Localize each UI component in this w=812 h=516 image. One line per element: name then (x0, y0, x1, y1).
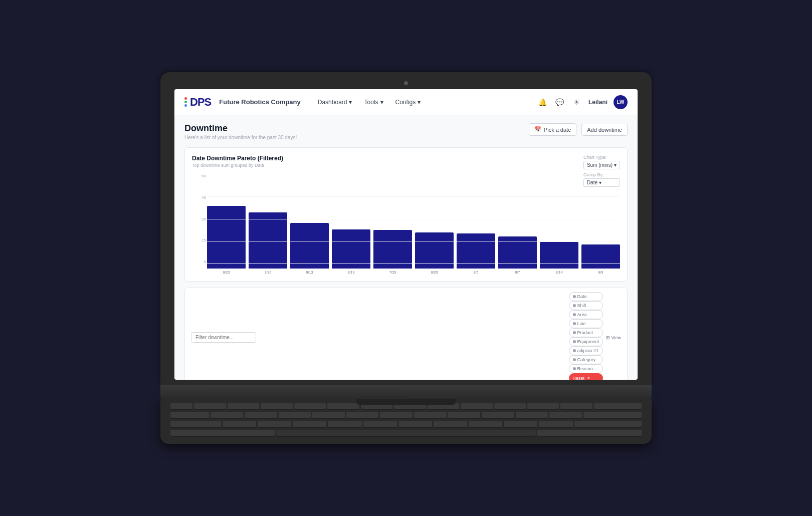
main-content: Downtime Here's a list of your downtime … (174, 115, 638, 380)
bar-group: 8/23 (207, 206, 246, 274)
bar-chart-inner: 60 45 30 15 0 (192, 174, 620, 274)
chart-subtitle: Top downtime sum grouped by Date (192, 163, 620, 168)
bar[interactable] (373, 230, 412, 269)
filter-chip-dot (573, 349, 576, 352)
filter-chip-adipisci-#1[interactable]: adipisci #1 (569, 346, 603, 355)
y-label: 30 (201, 217, 206, 221)
filter-chip-dot (573, 295, 576, 298)
add-downtime-button[interactable]: Add downtime (581, 124, 628, 136)
bar-group: 8/13 (290, 223, 329, 274)
view-button[interactable]: ⊞ View (606, 335, 621, 340)
chart-title: Date Downtime Pareto (Filtered) (192, 155, 620, 162)
laptop-base (160, 385, 652, 399)
bar-label: 7/29 (389, 271, 396, 274)
nav-menu: Dashboard ▾ Tools ▾ Configs ▾ (313, 96, 426, 109)
filter-chip-dot (573, 322, 576, 325)
bar-group: 8/20 (415, 232, 454, 274)
nav-dashboard[interactable]: Dashboard ▾ (313, 96, 357, 109)
bar-group: 8/5 (457, 233, 495, 274)
logo-dot-red (184, 97, 187, 100)
chart-type-selector[interactable]: Sum (mins) ▾ (583, 161, 620, 169)
calendar-icon: 📅 (534, 126, 541, 133)
bar-group: 8/19 (332, 229, 370, 274)
filter-chip-reset[interactable]: Reset× (569, 373, 603, 380)
nav-tools[interactable]: Tools ▾ (359, 96, 388, 109)
filter-chip-dot (573, 367, 576, 370)
logo-text: DPS (190, 96, 211, 109)
keyboard-area (160, 399, 652, 444)
bar[interactable] (581, 244, 620, 269)
chart-section: Date Downtime Pareto (Filtered) Top down… (184, 147, 628, 282)
avatar[interactable]: LW (614, 95, 628, 109)
chevron-down-icon: ▾ (380, 99, 383, 106)
bar[interactable] (457, 233, 495, 269)
y-label: 0 (204, 260, 206, 264)
filter-chip-dot (573, 331, 576, 334)
filter-chip-dot (573, 304, 576, 307)
filter-chip-dot (573, 313, 576, 316)
bar[interactable] (415, 232, 454, 269)
bar-label: 8/9 (598, 271, 603, 274)
chart-type-label: Chart Type: (583, 155, 620, 160)
logo-dot-green (184, 101, 187, 103)
camera (404, 81, 408, 85)
filter-chip-date[interactable]: Date (569, 292, 603, 301)
y-label: 60 (201, 174, 206, 178)
chevron-down-icon: ▾ (418, 99, 421, 106)
notification-icon[interactable]: 🔔 (537, 97, 548, 108)
filter-chip-product[interactable]: Product (569, 328, 603, 337)
table-section: DateShiftAreaLineProductEquipmentadipisc… (184, 288, 628, 380)
chevron-down-icon: ▾ (614, 162, 617, 168)
bar[interactable] (290, 223, 329, 269)
bar-group: 8/14 (540, 242, 578, 274)
grid-line (207, 174, 620, 174)
nav-configs[interactable]: Configs ▾ (390, 96, 426, 109)
y-label: 45 (201, 195, 206, 200)
bar-label: 8/14 (556, 271, 563, 274)
bar[interactable] (207, 206, 246, 269)
laptop-container: DPS Future Robotics Company Dashboard ▾ … (160, 72, 652, 444)
bar-group: 7/30 (249, 212, 287, 274)
y-axis: 60 45 30 15 0 (192, 174, 206, 264)
logo[interactable]: DPS (184, 96, 211, 109)
filter-chip-shift[interactable]: Shift (569, 301, 603, 310)
company-name: Future Robotics Company (219, 98, 301, 106)
bar[interactable] (540, 242, 578, 269)
page-title: Downtime (184, 123, 297, 134)
table-toolbar: DateShiftAreaLineProductEquipmentadipisc… (185, 288, 627, 380)
y-label: 15 (201, 238, 206, 242)
page-title-section: Downtime Here's a list of your downtime … (184, 123, 297, 140)
chat-icon[interactable]: 💬 (554, 97, 565, 108)
bar-label: 8/23 (223, 271, 230, 274)
brightness-icon[interactable]: ☀ (571, 97, 582, 108)
bar-group: 8/7 (498, 236, 537, 274)
screen: DPS Future Robotics Company Dashboard ▾ … (174, 89, 638, 380)
filter-chip-category[interactable]: Category (569, 355, 603, 364)
bar-group: 7/29 (373, 230, 412, 274)
bar[interactable] (498, 236, 537, 269)
filter-chip-line[interactable]: Line (569, 319, 603, 328)
filter-chip-reason[interactable]: Reason (569, 364, 603, 373)
filter-chip-equipment[interactable]: Equipment (569, 337, 603, 346)
bar-label: 8/7 (515, 271, 520, 274)
navbar: DPS Future Robotics Company Dashboard ▾ … (174, 89, 638, 115)
logo-dot-blue (184, 104, 187, 107)
page-subtitle: Here's a list of your downtime for the p… (184, 135, 297, 140)
chevron-down-icon: ▾ (349, 99, 352, 106)
filter-input[interactable] (191, 332, 256, 343)
page-header: Downtime Here's a list of your downtime … (184, 123, 628, 140)
pick-date-button[interactable]: 📅 Pick a date (529, 123, 576, 136)
bar[interactable] (332, 229, 370, 269)
filter-chip-dot (573, 340, 576, 343)
screen-bezel: DPS Future Robotics Company Dashboard ▾ … (160, 72, 652, 385)
user-name: Leilani (588, 99, 607, 106)
bar-label: 8/20 (431, 271, 438, 274)
grid-line (207, 196, 620, 197)
filter-chip-area[interactable]: Area (569, 310, 603, 319)
bar-label: 8/19 (348, 271, 355, 274)
logo-dots (184, 97, 187, 107)
bar-label: 7/30 (265, 271, 272, 274)
bar[interactable] (249, 212, 287, 269)
nav-icons: 🔔 💬 ☀ Leilani LW (537, 95, 628, 109)
bar-group: 8/9 (581, 244, 620, 274)
